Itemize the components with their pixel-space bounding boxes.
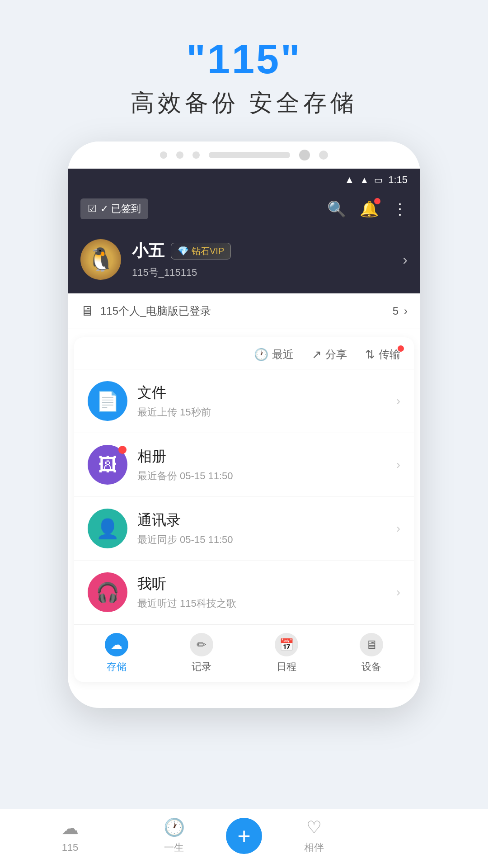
check-icon: ☑ bbox=[88, 203, 97, 215]
music-arrow-icon: › bbox=[396, 585, 400, 599]
avatar-image: 🐧 bbox=[80, 239, 121, 280]
tab-bar: 🕐 最近 ↗ 分享 ⇅ 传输 bbox=[74, 337, 414, 369]
search-button[interactable]: 🔍 bbox=[327, 200, 346, 218]
tab-transfer[interactable]: ⇅ 传输 bbox=[365, 347, 400, 362]
files-text: 文件 最近上传 15秒前 bbox=[137, 383, 386, 419]
monitor-icon: 🖥 bbox=[80, 303, 94, 319]
user-name-row: 小五 💎 钻石VIP bbox=[132, 240, 392, 262]
album-title: 相册 bbox=[137, 447, 386, 467]
bezel-camera bbox=[299, 150, 310, 160]
tab-transfer-label: 传输 bbox=[379, 347, 400, 362]
device-label: 设备 bbox=[361, 660, 381, 674]
pc-login-count: 5 bbox=[393, 305, 399, 317]
tab-recent-label: 最近 bbox=[272, 347, 294, 362]
signal-icon: ▲ bbox=[360, 175, 369, 185]
card-bottom-tabs: ☁ 存储 ✏ 记录 📅 日程 🖥 设备 bbox=[74, 624, 414, 682]
transfer-dot bbox=[398, 345, 404, 352]
nav-lifetime-label: 一生 bbox=[164, 841, 184, 854]
signed-label: ✓ 已签到 bbox=[100, 202, 141, 216]
share-icon: ↗ bbox=[312, 348, 322, 362]
music-title: 我听 bbox=[137, 574, 386, 594]
vip-label: 钻石VIP bbox=[192, 245, 224, 257]
files-title: 文件 bbox=[137, 383, 386, 403]
main-card: 🕐 最近 ↗ 分享 ⇅ 传输 📄 文件 最近上传 15秒前 › bbox=[74, 337, 414, 682]
bezel-dot-1 bbox=[160, 151, 167, 159]
app-header: ☑ ✓ 已签到 🔍 🔔 ⋮ bbox=[68, 191, 420, 232]
status-time: 1:15 bbox=[388, 174, 408, 186]
pc-login-left: 🖥 115个人_电脑版已登录 bbox=[80, 303, 211, 319]
contacts-text: 通讯录 最近同步 05-15 11:50 bbox=[137, 510, 386, 547]
vip-badge: 💎 钻石VIP bbox=[171, 243, 231, 259]
bezel-speaker bbox=[209, 152, 290, 158]
album-subtitle: 最近备份 05-15 11:50 bbox=[137, 469, 386, 483]
storage-icon: ☁ bbox=[105, 633, 128, 656]
card-tab-schedule[interactable]: 📅 日程 bbox=[244, 625, 329, 682]
user-id: 115号_115115 bbox=[132, 266, 392, 279]
status-bar: ▲ ▲ ▭ 1:15 bbox=[68, 169, 420, 191]
music-icon-circle: 🎧 bbox=[88, 572, 127, 612]
nav-item-115[interactable]: ☁ 115 bbox=[18, 818, 122, 854]
album-text: 相册 最近备份 05-15 11:50 bbox=[137, 447, 386, 483]
album-arrow-icon: › bbox=[396, 458, 400, 472]
user-info: 小五 💎 钻石VIP 115号_115115 bbox=[132, 240, 392, 279]
bezel-dot-3 bbox=[192, 151, 200, 159]
tab-recent[interactable]: 🕐 最近 bbox=[254, 347, 294, 362]
notification-dot bbox=[374, 198, 380, 204]
profile-arrow-icon: › bbox=[403, 251, 408, 268]
header-icons: 🔍 🔔 ⋮ bbox=[327, 200, 408, 218]
music-icon: 🎧 bbox=[96, 581, 119, 604]
card-tab-device[interactable]: 🖥 设备 bbox=[329, 625, 414, 682]
bezel-dot-4 bbox=[319, 151, 328, 160]
user-profile[interactable]: 🐧 小五 💎 钻石VIP 115号_115115 › bbox=[68, 232, 420, 293]
contacts-icon-circle: 👤 bbox=[88, 509, 127, 548]
nav-115-label: 115 bbox=[62, 842, 79, 854]
app-tagline: 高效备份 安全存储 bbox=[131, 87, 357, 119]
music-subtitle: 最近听过 115科技之歌 bbox=[137, 597, 386, 610]
menu-item-music[interactable]: 🎧 我听 最近听过 115科技之歌 › bbox=[74, 561, 414, 624]
menu-item-contacts[interactable]: 👤 通讯录 最近同步 05-15 11:50 › bbox=[74, 497, 414, 561]
avatar: 🐧 bbox=[80, 239, 121, 280]
pc-login-arrow-icon: › bbox=[404, 305, 408, 317]
menu-item-files[interactable]: 📄 文件 最近上传 15秒前 › bbox=[74, 369, 414, 433]
user-name: 小五 bbox=[132, 240, 164, 262]
notification-button[interactable]: 🔔 bbox=[360, 200, 379, 218]
card-tab-record[interactable]: ✏ 记录 bbox=[159, 625, 244, 682]
more-button[interactable]: ⋮ bbox=[392, 200, 408, 218]
record-label: 记录 bbox=[192, 660, 211, 674]
nav-companion-label: 相伴 bbox=[304, 841, 324, 854]
file-icon: 📄 bbox=[96, 390, 119, 412]
nav-add-button[interactable]: + bbox=[226, 818, 262, 854]
app-title-number: "115" bbox=[131, 36, 357, 83]
album-badge bbox=[118, 446, 127, 454]
top-title-section: "115" 高效备份 安全存储 bbox=[131, 0, 357, 119]
nav-item-companion[interactable]: ♡ 相伴 bbox=[262, 817, 366, 854]
contacts-icon: 👤 bbox=[96, 518, 119, 540]
album-icon: 🖼 bbox=[98, 454, 117, 476]
recent-icon: 🕐 bbox=[254, 348, 268, 362]
storage-label: 存储 bbox=[107, 660, 127, 674]
nav-item-lifetime[interactable]: 🕐 一生 bbox=[122, 817, 226, 854]
contacts-arrow-icon: › bbox=[396, 521, 400, 536]
files-arrow-icon: › bbox=[396, 394, 400, 408]
pc-login-right: 5 › bbox=[393, 305, 408, 317]
signed-badge[interactable]: ☑ ✓ 已签到 bbox=[80, 198, 148, 219]
phone-mockup: ▲ ▲ ▭ 1:15 ☑ ✓ 已签到 🔍 🔔 ⋮ 🐧 小五 💎 bbox=[68, 142, 420, 708]
menu-item-album[interactable]: 🖼 相册 最近备份 05-15 11:50 › bbox=[74, 433, 414, 497]
contacts-subtitle: 最近同步 05-15 11:50 bbox=[137, 533, 386, 547]
pc-login-text: 115个人_电脑版已登录 bbox=[100, 304, 211, 318]
transfer-icon: ⇅ bbox=[365, 348, 375, 362]
tab-share[interactable]: ↗ 分享 bbox=[312, 347, 347, 362]
bottom-navigation: ☁ 115 🕐 一生 + ♡ 相伴 bbox=[0, 809, 488, 868]
schedule-icon: 📅 bbox=[275, 633, 298, 656]
schedule-label: 日程 bbox=[277, 660, 296, 674]
music-text: 我听 最近听过 115科技之歌 bbox=[137, 574, 386, 610]
nav-clock-icon: 🕐 bbox=[164, 817, 185, 837]
pc-login-bar[interactable]: 🖥 115个人_电脑版已登录 5 › bbox=[68, 293, 420, 329]
nav-cloud-icon: ☁ bbox=[61, 818, 79, 838]
wifi-icon: ▲ bbox=[345, 174, 355, 186]
record-icon: ✏ bbox=[190, 633, 213, 656]
device-icon: 🖥 bbox=[360, 633, 383, 656]
tab-share-label: 分享 bbox=[325, 347, 347, 362]
card-tab-storage[interactable]: ☁ 存储 bbox=[74, 625, 159, 682]
album-icon-circle: 🖼 bbox=[88, 445, 127, 485]
